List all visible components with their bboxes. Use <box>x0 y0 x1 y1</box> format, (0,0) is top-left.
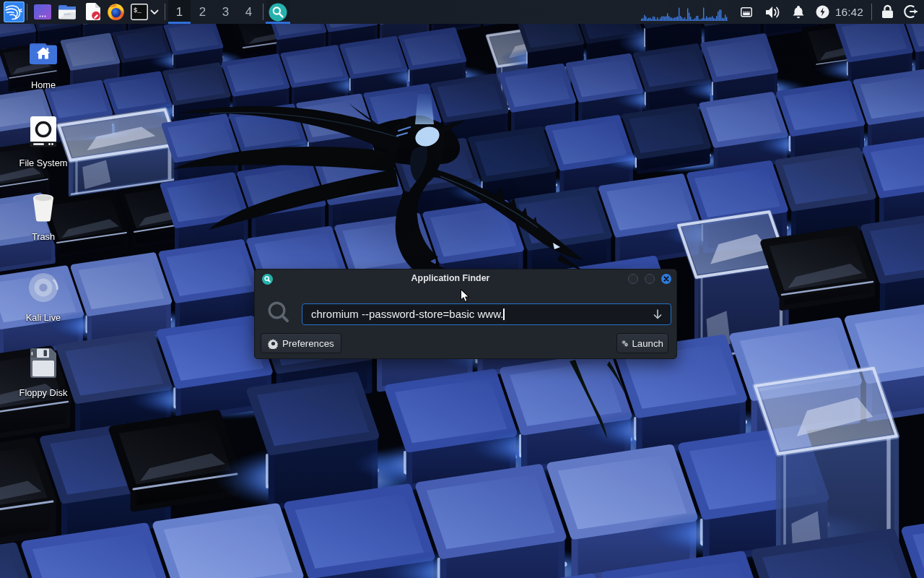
svg-text:$_: $_ <box>134 7 141 14</box>
